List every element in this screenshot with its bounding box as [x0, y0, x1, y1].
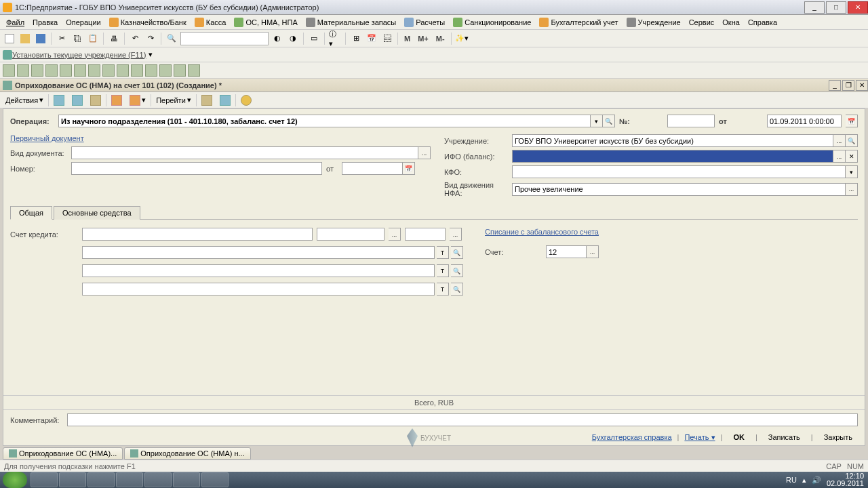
field-3[interactable] [82, 283, 435, 296]
tb-m[interactable]: М [401, 35, 413, 43]
operation-input[interactable] [58, 115, 591, 127]
ifo-input[interactable] [512, 150, 833, 163]
ifo-select[interactable]: ... [833, 150, 846, 163]
menu-sanction[interactable]: Санкционирование [450, 16, 534, 28]
credit-input-3[interactable] [405, 228, 446, 241]
tb-a3[interactable]: ▭ [307, 32, 321, 45]
menu-calc[interactable]: Расчеты [401, 16, 448, 28]
kfo-input[interactable] [512, 165, 846, 178]
tb-tree[interactable]: ⿳ [380, 32, 394, 45]
tb-mplus[interactable]: М+ [415, 35, 431, 43]
start-button[interactable] [3, 472, 27, 488]
nfa-select[interactable]: ... [846, 183, 858, 196]
tb-search-combo[interactable] [180, 32, 269, 45]
credit-sel-2[interactable]: ... [389, 228, 401, 241]
ir-3[interactable] [31, 64, 43, 77]
kfo-dropdown[interactable]: ▾ [846, 165, 858, 178]
tb-info[interactable]: ⓘ ▾ [328, 32, 342, 45]
ir-6[interactable] [74, 64, 86, 77]
ir-8[interactable] [102, 64, 115, 77]
dt-5[interactable]: ▾ [127, 94, 149, 107]
credit-sel-3[interactable]: ... [450, 228, 462, 241]
menu-help[interactable]: Справка [745, 17, 781, 28]
acc-ref-link[interactable]: Бухгалтерская справка [592, 433, 672, 441]
dt-7[interactable] [217, 94, 233, 107]
account-select[interactable]: ... [587, 245, 599, 258]
tb-app-3[interactable] [87, 472, 115, 487]
menu-edit[interactable]: Правка [29, 17, 61, 28]
docdate-input[interactable] [342, 162, 403, 175]
close-button[interactable]: ✕ [848, 1, 868, 14]
tb-app-5[interactable] [144, 472, 172, 487]
ir-9[interactable] [117, 64, 129, 77]
ir-5[interactable] [60, 64, 72, 77]
docdate-picker[interactable]: 📅 [403, 162, 415, 175]
menu-cash[interactable]: Касса [191, 16, 230, 28]
ir-7[interactable] [88, 64, 100, 77]
comment-input[interactable] [67, 413, 858, 426]
menu-operations[interactable]: Операции [62, 17, 104, 28]
dt-6[interactable] [199, 94, 215, 107]
tray-lang[interactable]: RU [786, 476, 797, 484]
tab-general[interactable]: Общая [10, 206, 52, 220]
date-picker[interactable]: 📅 [846, 115, 858, 127]
tb-find[interactable]: 🔍 [165, 32, 178, 45]
tb-app-1[interactable] [31, 472, 58, 487]
dt-1[interactable] [51, 94, 67, 107]
tb-wand[interactable]: ✨▾ [455, 32, 469, 45]
field-1[interactable] [82, 246, 435, 259]
tb-new[interactable] [3, 32, 16, 45]
dt-actions[interactable]: Действия ▾ [3, 94, 46, 106]
account-input[interactable] [546, 245, 587, 258]
field-1-t[interactable]: Т [437, 246, 449, 259]
doc-max[interactable]: ❐ [842, 80, 854, 91]
operation-dropdown[interactable]: ▾ [591, 115, 603, 127]
field-2-t[interactable]: Т [437, 264, 449, 277]
dt-goto[interactable]: Перейти ▾ [153, 94, 194, 106]
close-doc-button[interactable]: Закрыть [818, 432, 858, 443]
doc-close[interactable]: ✕ [856, 80, 868, 91]
menu-accounting[interactable]: Бухгалтерский учет [536, 16, 621, 28]
doctype-select[interactable]: ... [418, 146, 431, 159]
field-3-s[interactable]: 🔍 [451, 283, 463, 296]
maximize-button[interactable]: □ [826, 1, 846, 14]
credit-input-1[interactable] [82, 228, 313, 241]
tb-a1[interactable]: ◐ [271, 32, 284, 45]
ok-button[interactable]: OK [728, 432, 750, 443]
operation-search[interactable]: 🔍 [603, 115, 615, 127]
tb-paste[interactable]: 📋 [86, 32, 100, 45]
dt-3[interactable] [87, 94, 104, 107]
institution-input[interactable] [512, 134, 833, 147]
ir-13[interactable] [174, 64, 186, 77]
field-3-t[interactable]: Т [437, 283, 449, 296]
tb-redo[interactable]: ↷ [144, 32, 157, 45]
credit-input-2[interactable] [317, 228, 384, 241]
nfa-input[interactable] [512, 183, 846, 196]
tasktab-2[interactable]: Оприходование ОС (НМА) н... [124, 447, 250, 460]
ifo-clear[interactable]: ✕ [846, 150, 858, 163]
set-current-institution[interactable]: Установить текущее учреждение (F11) [12, 51, 146, 59]
dt-2[interactable] [69, 94, 85, 107]
tasktab-1[interactable]: Оприходование ОС (НМА)... [3, 447, 123, 460]
menu-windows[interactable]: Окна [719, 17, 743, 28]
ir-12[interactable] [159, 64, 172, 77]
save-button[interactable]: Записать [763, 432, 806, 443]
date-input[interactable] [767, 115, 842, 127]
menu-os[interactable]: ОС, НМА, НПА [231, 16, 300, 28]
field-2[interactable] [82, 264, 435, 277]
tb-calc[interactable]: ⊞ [349, 32, 363, 45]
tb-app-6[interactable] [173, 472, 200, 487]
ir-4[interactable] [45, 64, 58, 77]
tb-save[interactable] [34, 32, 47, 45]
menu-institution[interactable]: Учреждение [623, 16, 684, 28]
dt-4[interactable] [108, 94, 125, 107]
print-link[interactable]: Печать ▾ [684, 433, 715, 442]
ir-1[interactable] [3, 64, 15, 77]
minimize-button[interactable]: _ [804, 1, 825, 14]
doc-min[interactable]: _ [829, 80, 841, 91]
tb-undo[interactable]: ↶ [128, 32, 142, 45]
ir-14[interactable] [188, 64, 200, 77]
field-2-s[interactable]: 🔍 [451, 264, 463, 277]
tb-mminus[interactable]: М- [433, 35, 448, 43]
ir-10[interactable] [131, 64, 143, 77]
